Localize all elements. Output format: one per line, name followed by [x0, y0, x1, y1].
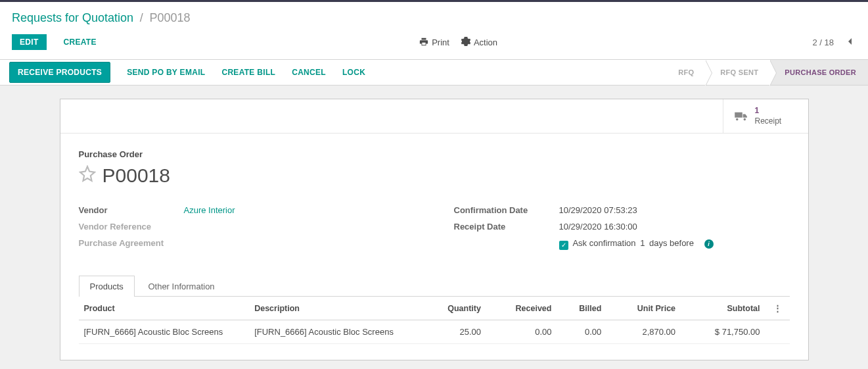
breadcrumb-separator: / [140, 11, 143, 24]
cell-quantity: 25.00 [420, 320, 486, 344]
ask-conf-spacer [454, 238, 559, 250]
receive-products-button[interactable]: RECEIVE PRODUCTS [9, 62, 110, 83]
vendor-link[interactable]: Azure Interior [184, 205, 235, 215]
truck-icon [734, 111, 748, 122]
ask-conf-value: ✓ Ask confirmation 1 days before i [559, 238, 790, 250]
create-bill-button[interactable]: CREATE BILL [221, 68, 275, 77]
stat-text: 1 Receipt [755, 106, 782, 126]
col-unit-price[interactable]: Unit Price [606, 297, 681, 320]
ask-conf-pre: Ask confirmation [572, 238, 635, 248]
vendor-reference-value [184, 222, 415, 232]
title-row: P00018 [79, 164, 790, 187]
control-center: Print Action [104, 37, 813, 48]
fields-col-left: Vendor Azure Interior Vendor Reference P… [79, 205, 415, 257]
print-icon [419, 37, 428, 48]
cell-subtotal: $ 71,750.00 [681, 320, 765, 344]
ask-conf-post: days before [649, 238, 694, 248]
col-subtotal[interactable]: Subtotal [681, 297, 765, 320]
star-icon[interactable] [79, 165, 96, 186]
ask-conf-checkbox[interactable]: ✓ [559, 241, 568, 250]
breadcrumb-current: P00018 [149, 11, 190, 24]
cell-billed: 0.00 [557, 320, 606, 344]
edit-button[interactable]: EDIT [12, 34, 47, 50]
pager-text: 2 / 18 [812, 37, 834, 47]
status-row: RECEIVE PRODUCTS SEND PO BY EMAIL CREATE… [0, 59, 868, 86]
control-bar: EDIT CREATE Print Action 2 / 18 [0, 29, 868, 59]
cell-unitprice: 2,870.00 [606, 320, 681, 344]
action-button[interactable]: Action [461, 37, 497, 48]
form-sheet: 1 Receipt Purchase Order P00018 Vendor A… [60, 99, 809, 360]
ask-conf-days: 1 [640, 238, 645, 248]
stat-buttons: 1 Receipt [60, 99, 808, 134]
tab-other-information[interactable]: Other Information [137, 276, 225, 297]
confirmation-date-label: Confirmation Date [454, 205, 559, 215]
breadcrumb: Requests for Quotation / P00018 [0, 2, 868, 29]
statusbar: RFQ RFQ SENT PURCHASE ORDER [664, 60, 868, 85]
fields-col-right: Confirmation Date 10/29/2020 07:53:23 Re… [454, 205, 790, 257]
section-label: Purchase Order [79, 149, 790, 159]
field-vendor: Vendor Azure Interior [79, 205, 415, 215]
breadcrumb-parent-link[interactable]: Requests for Quotation [12, 11, 133, 24]
fields-grid: Vendor Azure Interior Vendor Reference P… [79, 205, 790, 257]
cell-received: 0.00 [486, 320, 557, 344]
table-header-row: Product Description Quantity Received Bi… [79, 297, 790, 320]
gear-icon [461, 37, 470, 48]
col-received[interactable]: Received [486, 297, 557, 320]
create-button[interactable]: CREATE [56, 34, 104, 50]
cell-description: [FURN_6666] Acoustic Bloc Screens [249, 320, 420, 344]
receipt-stat-button[interactable]: 1 Receipt [723, 99, 808, 133]
status-buttons: RECEIVE PRODUCTS SEND PO BY EMAIL CREATE… [12, 62, 365, 83]
action-label: Action [474, 37, 497, 47]
purchase-agreement-value [184, 238, 415, 248]
col-product[interactable]: Product [79, 297, 250, 320]
stat-count: 1 [755, 106, 782, 116]
field-ask-confirmation: ✓ Ask confirmation 1 days before i [454, 238, 790, 250]
table-options-icon[interactable]: ⋮ [771, 304, 785, 313]
stage-rfq-sent[interactable]: RFQ SENT [706, 60, 770, 85]
tabs: Products Other Information [79, 275, 790, 297]
pager-prev[interactable] [843, 35, 856, 50]
info-icon[interactable]: i [704, 239, 714, 249]
print-label: Print [432, 37, 449, 47]
print-button[interactable]: Print [419, 37, 449, 48]
vendor-reference-label: Vendor Reference [79, 222, 184, 232]
purchase-agreement-label: Purchase Agreement [79, 238, 184, 248]
lock-button[interactable]: LOCK [342, 68, 365, 77]
table-row[interactable]: [FURN_6666] Acoustic Bloc Screens [FURN_… [79, 320, 790, 344]
col-description[interactable]: Description [249, 297, 420, 320]
content-area: 1 Receipt Purchase Order P00018 Vendor A… [0, 86, 868, 369]
field-confirmation-date: Confirmation Date 10/29/2020 07:53:23 [454, 205, 790, 215]
receipt-date-label: Receipt Date [454, 222, 559, 232]
field-vendor-reference: Vendor Reference [79, 222, 415, 232]
order-lines-table: Product Description Quantity Received Bi… [79, 297, 790, 344]
field-receipt-date: Receipt Date 10/29/2020 16:30:00 [454, 222, 790, 232]
col-quantity[interactable]: Quantity [420, 297, 486, 320]
stage-rfq[interactable]: RFQ [664, 60, 706, 85]
cancel-button[interactable]: CANCEL [292, 68, 326, 77]
tab-products[interactable]: Products [79, 276, 135, 297]
stage-purchase-order[interactable]: PURCHASE ORDER [770, 60, 868, 85]
confirmation-date-value: 10/29/2020 07:53:23 [559, 205, 790, 215]
col-billed[interactable]: Billed [557, 297, 606, 320]
stat-label: Receipt [755, 116, 782, 127]
control-right: 2 / 18 [812, 35, 856, 50]
vendor-label: Vendor [79, 205, 184, 215]
send-po-button[interactable]: SEND PO BY EMAIL [127, 68, 205, 77]
sheet-body: Purchase Order P00018 Vendor Azure Inter… [60, 134, 808, 360]
receipt-date-value: 10/29/2020 16:30:00 [559, 222, 790, 232]
cell-product: [FURN_6666] Acoustic Bloc Screens [79, 320, 250, 344]
field-purchase-agreement: Purchase Agreement [79, 238, 415, 248]
order-name: P00018 [103, 164, 170, 187]
